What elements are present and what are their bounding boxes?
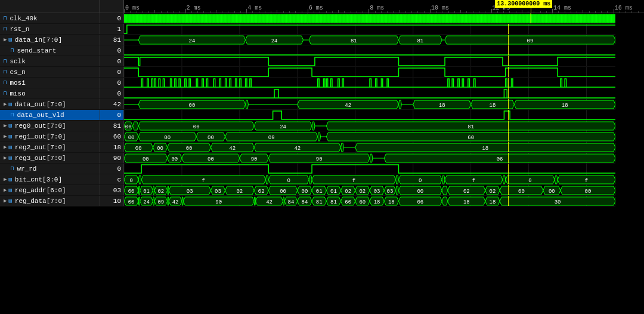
expand-icon[interactable]: ▶ (4, 101, 7, 107)
bit-icon: ⊓ (4, 58, 7, 64)
expand-icon[interactable]: ▶ (4, 36, 7, 43)
svg-text:81: 81 (316, 199, 323, 205)
svg-text:90: 90 (251, 156, 258, 162)
svg-text:24: 24 (143, 199, 150, 205)
svg-text:02: 02 (157, 189, 164, 195)
signal-name-cell[interactable]: ⊓sclk (0, 56, 100, 66)
signal-label: miso (10, 90, 25, 97)
signal-name-cell[interactable]: ▶▤reg3_out[7:0] (0, 153, 100, 163)
signal-row[interactable]: ▶▤reg_data[7:0]1000240942904284848181606… (0, 196, 615, 207)
signal-name-cell[interactable]: ⊓cs_n (0, 67, 100, 77)
header-row: 0 ms2 ms4 ms6 ms8 ms10 ms12 ms14 ms16 ms… (0, 0, 644, 13)
bit-icon: ⊓ (4, 26, 7, 32)
timeline-marker: 16 ms (615, 5, 633, 11)
signal-row[interactable]: ▶▤data_in[7:0]812424818109 (0, 35, 615, 45)
svg-text:42: 42 (345, 103, 351, 109)
expand-icon[interactable]: ▶ (4, 155, 7, 161)
signal-row[interactable]: ⊓mosi0 (0, 78, 615, 88)
signal-row[interactable]: ▶▤reg1_out[7:0]600000000960 (0, 131, 615, 142)
timeline-marker: 6 ms (309, 5, 323, 11)
svg-text:01: 01 (316, 189, 323, 195)
expand-icon[interactable]: ▶ (4, 176, 7, 183)
signal-name-cell[interactable]: ▶▤reg2_out[7:0] (0, 142, 100, 152)
svg-text:03: 03 (374, 189, 380, 195)
svg-text:00: 00 (157, 146, 163, 152)
svg-text:24: 24 (271, 38, 278, 44)
signal-value-cell: 81 (100, 35, 124, 45)
svg-text:0: 0 (287, 178, 290, 184)
signal-name-cell[interactable]: ⊓send_start (0, 45, 100, 56)
signal-row[interactable]: ▶▤data_out[7:0]420042181818 (0, 99, 615, 110)
signal-name-cell[interactable]: ▶▤data_out[7:0] (0, 99, 100, 109)
svg-text:02: 02 (345, 189, 351, 195)
signal-name-cell[interactable]: ⊓data_out_vld (0, 110, 100, 120)
svg-text:03: 03 (187, 189, 193, 195)
signal-row[interactable]: ⊓send_start0 (0, 45, 615, 56)
signal-row[interactable]: ▶▤bit_cnt[3:0]c0f0f0f0f (0, 174, 615, 185)
header-value (100, 0, 124, 13)
expand-icon[interactable]: ▶ (4, 133, 7, 140)
svg-text:02: 02 (258, 189, 265, 195)
signal-name-cell[interactable]: ▶▤reg_data[7:0] (0, 196, 100, 206)
svg-text:24: 24 (188, 38, 195, 44)
signal-label: data_out[7:0] (15, 101, 66, 108)
signal-label: send_start (17, 47, 56, 54)
signal-row[interactable]: ⊓wr_rd0 (0, 164, 615, 174)
signal-row[interactable]: ⊓miso0 (0, 88, 615, 99)
signal-row[interactable]: ⊓clk_40k0 (0, 13, 615, 24)
bus-icon: ▤ (8, 101, 11, 107)
expand-icon[interactable]: ▶ (4, 187, 7, 193)
expand-icon[interactable]: ▶ (4, 198, 7, 204)
svg-text:00: 00 (280, 189, 286, 195)
svg-text:09: 09 (157, 199, 164, 205)
bus-icon: ▤ (8, 144, 11, 150)
svg-text:00: 00 (135, 146, 142, 152)
svg-text:81: 81 (417, 38, 423, 44)
svg-text:18: 18 (463, 199, 470, 205)
signal-value-cell: 0 (100, 67, 124, 77)
svg-text:09: 09 (268, 135, 275, 141)
signal-value-cell: 1 (100, 24, 124, 34)
expand-icon[interactable]: ▶ (4, 144, 7, 150)
signal-row[interactable]: ⊓data_out_vld0 (0, 110, 615, 121)
signal-name-cell[interactable]: ⊓rst_n (0, 24, 100, 34)
main-content: ⊓clk_40k0⊓rst_n1▶▤data_in[7:0]8124248181… (0, 13, 644, 314)
signal-row[interactable]: ▶▤reg2_out[7:0]18000000424218 (0, 142, 615, 153)
signal-name-cell[interactable]: ⊓clk_40k (0, 13, 100, 23)
timeline-marker: 8 ms (370, 5, 384, 11)
signal-name-cell[interactable]: ⊓mosi (0, 78, 100, 88)
signal-name-cell[interactable]: ⊓wr_rd (0, 164, 100, 174)
svg-text:00: 00 (417, 189, 423, 195)
svg-text:00: 00 (193, 124, 200, 130)
svg-text:0: 0 (528, 178, 531, 184)
waveform-cell: 0001020303020200000101020203030002020000… (124, 185, 615, 195)
signal-row[interactable]: ▶▤reg0_out[7:0]8100002481 (0, 121, 615, 131)
signal-name-cell[interactable]: ▶▤reg_addr[6:0] (0, 185, 100, 195)
expand-icon[interactable]: ▶ (4, 122, 7, 129)
signal-row[interactable]: ▶▤reg3_out[7:0]90000000909006 (0, 153, 615, 164)
signal-value-cell: 0 (100, 88, 124, 98)
svg-text:18: 18 (482, 146, 488, 152)
timeline-marker: 4 ms (247, 5, 262, 11)
signal-label: data_in[7:0] (15, 36, 62, 44)
signal-row[interactable]: ⊓cs_n0 (0, 67, 615, 78)
waveform-cell (124, 24, 615, 34)
bus-icon: ▤ (8, 133, 11, 140)
signal-value-cell: 0 (100, 13, 124, 23)
svg-text:00: 00 (208, 135, 214, 141)
signal-name-cell[interactable]: ▶▤bit_cnt[3:0] (0, 174, 100, 184)
signal-label: reg3_out[7:0] (15, 155, 66, 162)
svg-text:02: 02 (463, 189, 470, 195)
signal-name-cell[interactable]: ▶▤data_in[7:0] (0, 35, 100, 45)
signal-name-cell[interactable]: ▶▤reg1_out[7:0] (0, 131, 100, 141)
signal-row[interactable]: ⊓sclk0 (0, 56, 615, 67)
waveform-cell (124, 13, 615, 23)
signal-row[interactable]: ⊓rst_n1 (0, 24, 615, 35)
bus-icon: ▤ (8, 176, 11, 183)
signal-row[interactable]: ▶▤reg_addr[6:0]0300010203030202000001010… (0, 185, 615, 196)
signal-name-cell[interactable]: ▶▤reg0_out[7:0] (0, 121, 100, 131)
signal-name-cell[interactable]: ⊓miso (0, 88, 100, 98)
waveform-cell (124, 110, 615, 120)
svg-text:00: 00 (208, 156, 214, 162)
bus-icon: ▤ (8, 187, 11, 193)
